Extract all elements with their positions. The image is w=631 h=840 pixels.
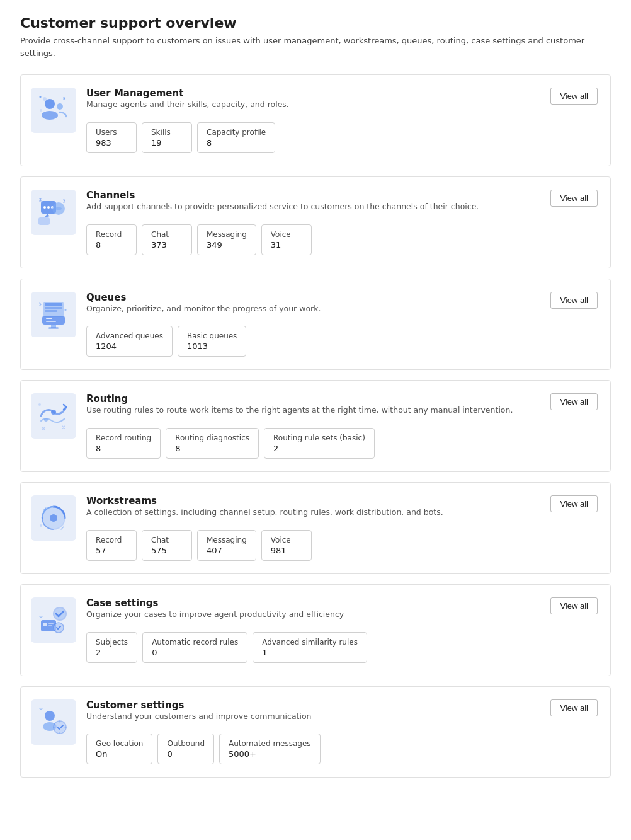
case-settings-view-all[interactable]: View all <box>550 597 598 614</box>
svg-rect-13 <box>45 307 62 309</box>
metric-users: Users 983 <box>86 122 137 153</box>
workstreams-title: Workstreams <box>86 495 443 507</box>
workstreams-desc: A collection of settings, including chan… <box>86 507 443 519</box>
user-management-desc: Manage agents and their skills, capacity… <box>86 99 289 111</box>
channels-desc: Add support channels to provide personal… <box>86 201 479 213</box>
customer-settings-view-all[interactable]: View all <box>550 699 598 716</box>
channels-header: Channels Add support channels to provide… <box>86 190 598 222</box>
customer-settings-body: Customer settings Understand your custom… <box>86 699 598 765</box>
metric-subjects: Subjects 2 <box>86 632 137 663</box>
workstreams-header: Workstreams A collection of settings, in… <box>86 495 598 527</box>
metric-messaging-workstreams: Messaging 407 <box>197 530 256 561</box>
queues-title: Queues <box>86 292 321 303</box>
case-settings-body: Case settings Organize your cases to imp… <box>86 597 598 663</box>
metric-record-routing: Record routing 8 <box>86 428 161 459</box>
customer-settings-metrics: Geo location On Outbound 0 Automated mes… <box>86 734 598 764</box>
svg-point-34 <box>54 721 66 734</box>
queues-view-all[interactable]: View all <box>550 292 598 309</box>
svg-point-21 <box>44 418 48 422</box>
section-customer-settings: Customer settings Understand your custom… <box>20 686 611 778</box>
routing-title: Routing <box>86 393 513 405</box>
metric-chat-channels: Chat 373 <box>142 224 192 255</box>
svg-rect-16 <box>46 318 52 319</box>
metric-adv-similarity-rules: Advanced similarity rules 1 <box>253 632 367 663</box>
routing-view-all[interactable]: View all <box>550 393 598 410</box>
metric-users-label: Users <box>96 128 127 137</box>
case-settings-metrics: Subjects 2 Automatic record rules 0 Adva… <box>86 632 598 663</box>
queues-icon <box>31 292 76 337</box>
user-management-body: User Management Manage agents and their … <box>86 88 598 153</box>
svg-point-20 <box>51 410 56 415</box>
svg-rect-19 <box>48 327 59 329</box>
workstreams-view-all[interactable]: View all <box>550 495 598 512</box>
svg-point-6 <box>43 206 46 209</box>
routing-metrics: Record routing 8 Routing diagnostics 8 R… <box>86 428 598 459</box>
metric-skills-label: Skills <box>151 128 183 137</box>
section-queues: Queues Organize, prioritize, and monitor… <box>20 279 611 371</box>
section-workstreams: Workstreams A collection of settings, in… <box>20 482 611 574</box>
svg-rect-27 <box>43 623 47 626</box>
metric-routing-rule-sets: Routing rule sets (basic) 2 <box>264 428 375 459</box>
metric-chat-workstreams: Chat 575 <box>142 530 192 561</box>
svg-point-24 <box>50 514 57 522</box>
metric-messaging-channels: Messaging 349 <box>197 224 256 255</box>
svg-point-7 <box>47 206 50 209</box>
metric-capacity-value: 8 <box>207 138 266 147</box>
queues-header: Queues Organize, prioritize, and monitor… <box>86 292 598 324</box>
channels-title: Channels <box>86 190 479 201</box>
section-user-management: User Management Manage agents and their … <box>20 74 611 166</box>
metric-routing-diagnostics: Routing diagnostics 8 <box>166 428 259 459</box>
svg-rect-17 <box>46 321 56 322</box>
case-settings-header: Case settings Organize your cases to imp… <box>86 597 598 630</box>
routing-icon <box>31 393 76 439</box>
svg-rect-15 <box>42 316 65 325</box>
metric-outbound: Outbound 0 <box>157 734 214 764</box>
customer-settings-title: Customer settings <box>86 699 311 711</box>
channels-icon <box>31 190 76 235</box>
svg-point-25 <box>40 524 42 527</box>
customer-settings-icon <box>31 699 76 745</box>
user-management-view-all[interactable]: View all <box>550 88 598 105</box>
section-routing: Routing Use routing rules to route work … <box>20 380 611 472</box>
svg-point-1 <box>42 111 58 120</box>
svg-point-22 <box>38 403 41 406</box>
case-settings-icon <box>31 597 76 643</box>
metric-record-workstreams: Record 57 <box>86 530 137 561</box>
customer-settings-desc: Understand your customers and improve co… <box>86 711 311 723</box>
metric-basic-queues: Basic queues 1013 <box>178 326 246 357</box>
section-case-settings: Case settings Organize your cases to imp… <box>20 584 611 676</box>
metric-skills-value: 19 <box>151 138 183 147</box>
page-title: Customer support overview <box>20 15 611 31</box>
channels-body: Channels Add support channels to provide… <box>86 190 598 255</box>
case-settings-desc: Organize your cases to improve agent pro… <box>86 609 344 621</box>
user-management-title: User Management <box>86 88 289 99</box>
metric-auto-record-rules: Automatic record rules 0 <box>142 632 247 663</box>
case-settings-title: Case settings <box>86 597 344 609</box>
workstreams-body: Workstreams A collection of settings, in… <box>86 495 598 561</box>
routing-desc: Use routing rules to route work items to… <box>86 405 513 417</box>
metric-skills: Skills 19 <box>142 122 192 153</box>
routing-header: Routing Use routing rules to route work … <box>86 393 598 425</box>
metric-voice-channels: Voice 31 <box>261 224 312 255</box>
user-management-icon <box>31 88 76 133</box>
svg-point-3 <box>43 97 47 101</box>
workstreams-icon <box>31 495 76 541</box>
metric-automated-messages: Automated messages 5000+ <box>219 734 321 764</box>
channels-view-all[interactable]: View all <box>550 190 598 207</box>
metric-record-channels: Record 8 <box>86 224 137 255</box>
user-management-metrics: Users 983 Skills 19 Capacity profile 8 <box>86 122 598 153</box>
svg-point-0 <box>45 99 55 109</box>
customer-settings-header: Customer settings Understand your custom… <box>86 699 598 732</box>
svg-rect-28 <box>48 623 54 624</box>
svg-rect-10 <box>38 217 50 225</box>
queues-metrics: Advanced queues 1204 Basic queues 1013 <box>86 326 598 357</box>
channels-metrics: Record 8 Chat 373 Messaging 349 Voice 31 <box>86 224 598 255</box>
metric-capacity-profile: Capacity profile 8 <box>197 122 275 153</box>
metric-geo-location: Geo location On <box>86 734 152 764</box>
metric-users-value: 983 <box>96 138 127 147</box>
page-subtitle: Provide cross-channel support to custome… <box>20 35 611 59</box>
routing-body: Routing Use routing rules to route work … <box>86 393 598 459</box>
queues-desc: Organize, prioritize, and monitor the pr… <box>86 303 321 315</box>
workstreams-metrics: Record 57 Chat 575 Messaging 407 Voice 9… <box>86 530 598 561</box>
svg-rect-14 <box>45 310 57 312</box>
